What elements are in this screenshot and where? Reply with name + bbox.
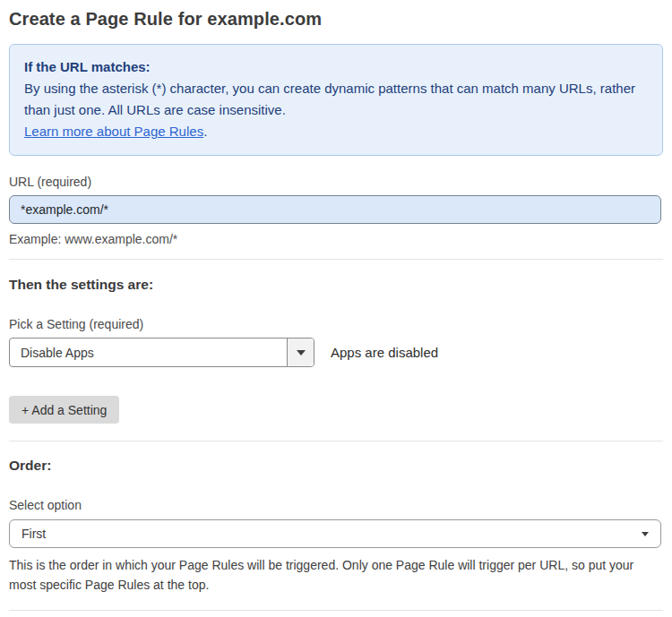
url-input[interactable] bbox=[9, 195, 661, 224]
setting-select[interactable]: Disable Apps bbox=[9, 338, 314, 367]
dropdown-arrow-icon bbox=[297, 350, 306, 356]
page-title: Create a Page Rule for example.com bbox=[9, 9, 663, 30]
setting-select-value: Disable Apps bbox=[10, 338, 287, 366]
url-example-text: Example: www.example.com/* bbox=[9, 232, 663, 246]
order-select[interactable]: First bbox=[9, 519, 661, 548]
pick-setting-label: Pick a Setting (required) bbox=[9, 317, 663, 331]
info-box-body: By using the asterisk (*) character, you… bbox=[24, 78, 648, 121]
learn-more-link[interactable]: Learn more about Page Rules bbox=[24, 124, 203, 139]
order-select-label: Select option bbox=[9, 498, 663, 512]
link-suffix: . bbox=[203, 124, 207, 139]
url-field-label: URL (required) bbox=[9, 175, 663, 189]
order-help-text: This is the order in which your Page Rul… bbox=[9, 555, 636, 595]
info-box-heading: If the URL matches: bbox=[24, 56, 648, 78]
dropdown-arrow-icon bbox=[642, 532, 649, 536]
setting-select-arrow-button[interactable] bbox=[287, 338, 314, 366]
divider bbox=[9, 259, 663, 260]
setting-row: Disable Apps Apps are disabled bbox=[9, 338, 663, 367]
divider bbox=[9, 441, 663, 441]
url-match-info-box: If the URL matches: By using the asteris… bbox=[9, 44, 663, 156]
settings-section-heading: Then the settings are: bbox=[9, 277, 663, 293]
divider bbox=[9, 610, 663, 611]
order-select-value: First bbox=[22, 527, 642, 541]
info-box-link-row: Learn more about Page Rules. bbox=[24, 121, 648, 142]
add-setting-button[interactable]: + Add a Setting bbox=[9, 396, 119, 424]
setting-status-text: Apps are disabled bbox=[331, 345, 438, 360]
create-page-rule-panel: Create a Page Rule for example.com If th… bbox=[0, 0, 672, 617]
order-section-heading: Order: bbox=[9, 458, 663, 474]
